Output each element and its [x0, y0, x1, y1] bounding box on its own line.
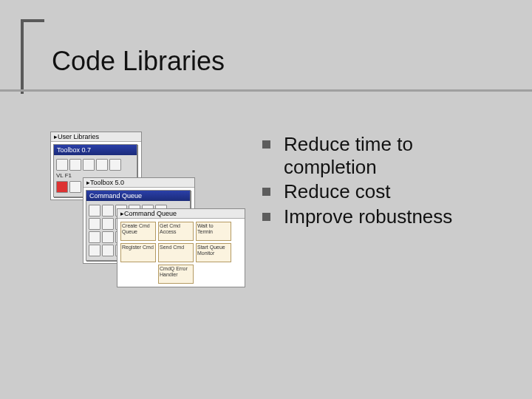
palette-cell: Get Cmd Access: [158, 222, 194, 241]
bullet-item: Reduce cost: [262, 180, 506, 203]
vi-icon: [56, 181, 68, 193]
bullet-square-icon: [262, 213, 270, 221]
slide-title: Code Libraries: [52, 46, 225, 77]
screenshot-stack: ▸User Libraries Toolbox 0.7 VL F1 ▸Toolb…: [50, 132, 241, 301]
bullet-item: Reduce time to completion: [262, 133, 506, 179]
bullet-square-icon: [262, 188, 270, 196]
window-titlebar: Toolbox 0.7: [54, 145, 137, 155]
window-header: ▸Toolbox 5.0: [83, 178, 194, 188]
bullet-text: Improve robustness: [284, 205, 452, 228]
window-header: ▸User Libraries: [51, 132, 141, 142]
horizontal-rule: [0, 89, 532, 92]
bullet-text: Reduce time to completion: [284, 133, 506, 179]
decorative-corner: [21, 19, 44, 94]
mini-window-cmd-queue: ▸Command Queue Create Cmd Queue Get Cmd …: [117, 208, 245, 287]
palette-grid: Create Cmd Queue Get Cmd Access Wait to …: [117, 219, 245, 287]
palette-cell: Start Queue Monitor: [196, 243, 231, 262]
window-titlebar: Command Queue: [86, 191, 190, 201]
palette-cell: Create Cmd Queue: [120, 222, 156, 241]
palette-cell: CmdQ Error Handler: [158, 265, 194, 284]
bullet-square-icon: [262, 140, 270, 149]
palette-cell: Register Cmd: [120, 243, 156, 262]
bullet-text: Reduce cost: [284, 180, 391, 203]
palette-cell: Wait to Termin: [196, 222, 231, 241]
bullet-list: Reduce time to completion Reduce cost Im…: [262, 133, 506, 230]
bullet-item: Improve robustness: [262, 205, 506, 228]
palette-cell: Send Cmd: [158, 243, 194, 262]
window-header: ▸Command Queue: [117, 209, 245, 219]
